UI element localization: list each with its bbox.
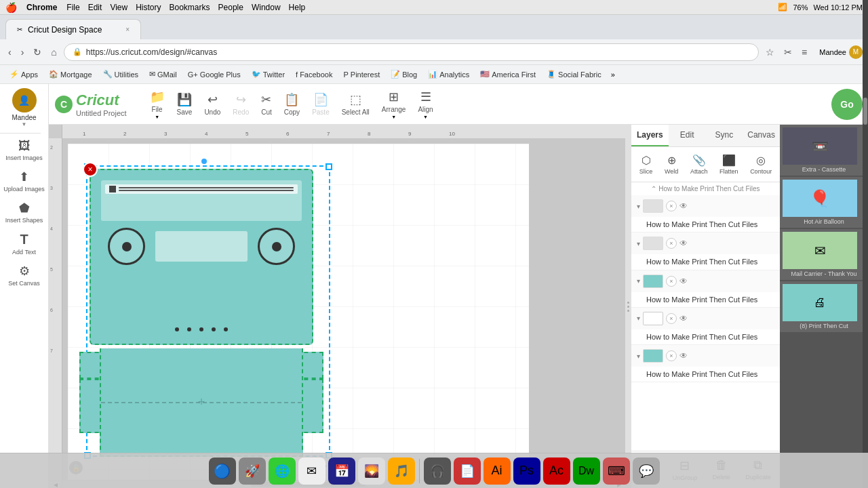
menu-help[interactable]: Help [289,3,306,12]
layer-close-1[interactable]: × [666,201,677,211]
apple-icon[interactable]: 🍎 [5,2,17,13]
bookmark-pinterest[interactable]: P Pinterest [339,69,384,80]
dock-calendar[interactable]: 📅 [328,458,355,485]
bookmark-twitter[interactable]: 🐦 Twitter [248,68,289,80]
dock-launchpad[interactable]: 🚀 [239,458,266,485]
redo-button[interactable]: ↪ Redo [227,89,254,119]
go-button[interactable]: Go [831,89,863,120]
menu-file[interactable]: File [66,3,79,12]
tab-canvas[interactable]: Canvas [743,125,780,146]
dock-finder[interactable]: 🔵 [209,458,236,485]
panel-resize-handle[interactable] [625,125,631,488]
attach-button[interactable]: 📎 Attach [688,151,711,178]
save-button[interactable]: 💾 Save [172,89,198,119]
menu-edit[interactable]: Edit [88,3,102,12]
bookmark-star-button[interactable]: ☆ [763,44,777,60]
dock-photos[interactable]: 🌄 [358,458,385,485]
tab-edit[interactable]: Edit [669,125,706,146]
layer-header-5[interactable]: ▾ × 👁 [631,345,780,367]
dock-spotify[interactable]: 🎧 [424,458,451,485]
far-right-cassette[interactable]: 📼 Extra - Cassette [780,125,868,176]
weld-button[interactable]: ⊕ Weld [662,151,681,178]
back-button[interactable]: ‹ [5,44,14,60]
layer-eye-1[interactable]: 👁 [679,201,688,211]
contour-button[interactable]: ◎ Contour [747,151,774,178]
paste-button[interactable]: 📄 Paste [307,89,335,119]
cassette-design-group[interactable]: × [90,169,313,345]
flatten-button[interactable]: ⬛ Flatten [717,151,741,178]
tab-layers[interactable]: Layers [631,125,669,146]
sidebar-item-insert-shapes[interactable]: ⬟ Insert Shapes [0,197,48,228]
layer-close-5[interactable]: × [666,350,677,361]
home-button[interactable]: ⌂ [48,44,59,60]
sidebar-item-upload-images[interactable]: ⬆ Upload Images [0,165,48,197]
dock-mail[interactable]: ✉ [298,458,326,485]
tab-close-btn[interactable]: × [125,26,130,33]
menu-people[interactable]: People [218,3,243,12]
layer-close-2[interactable]: × [666,238,677,249]
bookmark-blog[interactable]: 📝 Blog [387,68,421,80]
far-right-scrollbar[interactable] [863,125,868,488]
canvas-delete-button[interactable]: × [83,162,98,177]
chrome-menu-button[interactable]: ≡ [799,44,810,60]
address-bar[interactable]: 🔒 https://us.cricut.com/design/#canvas [64,43,759,61]
far-right-print-cut[interactable]: 🖨 (8) Print Then Cut [780,281,868,332]
layer-eye-3[interactable]: 👁 [679,277,688,286]
dock-terminal[interactable]: ⌨ [603,458,630,485]
chrome-tab-cricut[interactable]: ✂ Cricut Design Space × [5,19,141,39]
menu-history[interactable]: History [136,3,161,12]
bookmark-analytics[interactable]: 📊 Analytics [424,68,473,80]
layer-header-3[interactable]: ▾ × 👁 [631,270,780,292]
layer-close-4[interactable]: × [666,313,677,324]
far-right-mail-carrier[interactable]: ✉ Mail Carrier - Thank You [780,229,868,280]
layer-header-2[interactable]: ▾ × 👁 [631,232,780,254]
dock-photoshop[interactable]: Ps [513,458,540,485]
layer-eye-5[interactable]: 👁 [679,351,688,361]
sidebar-item-insert-images[interactable]: 🖼 Insert Images [0,135,48,165]
reload-button[interactable]: ↻ [31,44,44,60]
canvas-drawing-area[interactable]: × [62,138,625,480]
dock-illustrator[interactable]: Ai [484,458,511,485]
dock-chrome[interactable]: 🌐 [269,458,296,485]
layer-header-1[interactable]: ▾ × 👁 [631,195,780,217]
slice-button[interactable]: ⬡ Slice [637,151,656,178]
arrange-button[interactable]: ⊞ Arrange ▼ [376,87,412,122]
bookmark-utilities[interactable]: 🔧 Utilities [99,68,142,80]
bookmark-facebook[interactable]: f Facebook [292,69,336,80]
dock-dreamweaver[interactable]: Dw [573,458,600,485]
tab-sync[interactable]: Sync [706,125,743,146]
bookmark-gmail[interactable]: ✉ GMail [145,68,181,80]
bookmark-google-plus[interactable]: G+ Google Plus [184,69,245,80]
menu-bookmarks[interactable]: Bookmarks [170,3,210,12]
cut-button[interactable]: ✂ Cut [256,89,277,119]
layers-list[interactable]: ▾ × 👁 How to Make Print Then Cut Files ▾ [631,195,780,451]
sidebar-item-add-text[interactable]: T Add Text [0,228,48,260]
file-button[interactable]: 📁 File ▼ [144,87,170,122]
layer-eye-2[interactable]: 👁 [679,239,688,248]
align-button[interactable]: ☰ Align ▼ [412,87,438,122]
dock-messages[interactable]: 💬 [633,458,660,485]
layers-scroll-up[interactable]: ⌃ How to Make Print Then Cut Files [631,182,780,195]
bookmarks-more-btn[interactable]: » [611,70,615,79]
far-right-balloon[interactable]: 🎈 Hot Air Balloon [780,177,868,228]
cricut-ext-button[interactable]: ✂ [781,44,795,60]
forward-button[interactable]: › [18,44,27,60]
layer-close-3[interactable]: × [666,276,677,287]
user-profile-btn[interactable]: 👤 Mandee ▼ [0,84,48,131]
dock-acrobat[interactable]: Ac [543,458,570,485]
undo-button[interactable]: ↩ Undo [199,89,226,119]
layer-header-4[interactable]: ▾ × 👁 [631,308,780,329]
bookmark-social-fabric[interactable]: 🧵 Social Fabric [542,68,606,80]
select-all-button[interactable]: ⬚ Select All [336,89,375,119]
user-menu[interactable]: Mandee M [819,45,863,59]
dock-music[interactable]: 🎵 [388,458,415,485]
bookmark-mortgage[interactable]: 🏠 Mortgage [45,68,96,80]
bookmark-apps[interactable]: ⚡ Apps [5,68,42,80]
copy-button[interactable]: 📋 Copy [279,89,305,119]
dock-pdf[interactable]: 📄 [454,458,481,485]
menu-view[interactable]: View [110,3,127,12]
sidebar-item-set-canvas[interactable]: ⚙ Set Canvas [0,260,48,291]
menu-window[interactable]: Window [252,3,281,12]
layer-eye-4[interactable]: 👁 [679,314,688,323]
bookmark-america-first[interactable]: 🇺🇸 America First [476,68,540,80]
